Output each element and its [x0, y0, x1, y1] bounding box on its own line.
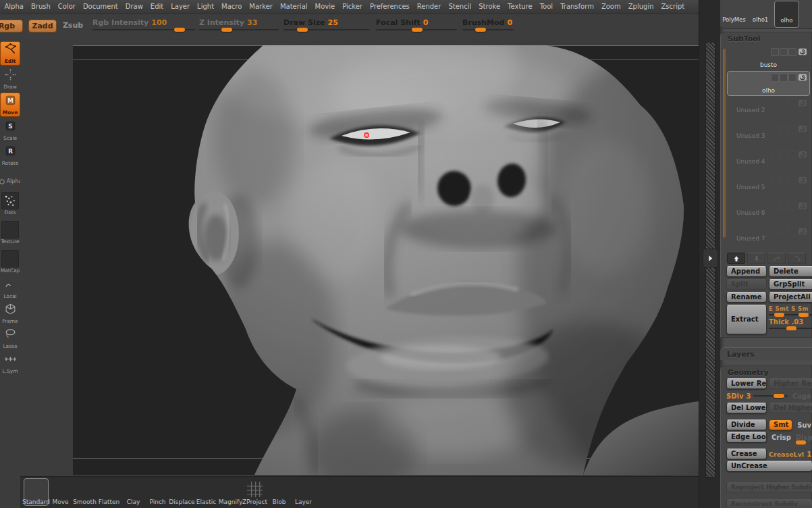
grpsplit-button[interactable]: GrpSplit [769, 279, 812, 290]
subtool-toggle-box[interactable] [780, 99, 788, 107]
subtool-toggle-box[interactable] [771, 125, 779, 133]
slider-handle[interactable] [774, 394, 784, 398]
sidebar-tool-button[interactable]: Dots [1, 190, 20, 217]
subtool-arrow-button[interactable] [747, 253, 765, 264]
menu-item[interactable]: Zoom [597, 0, 624, 14]
append-button[interactable]: Append [726, 266, 767, 277]
slider-track[interactable] [92, 29, 195, 30]
subtool-row[interactable]: olho [727, 71, 810, 96]
brush-button[interactable]: Displace [170, 479, 194, 505]
menu-item[interactable]: Material [276, 0, 311, 14]
tool-thumbnail[interactable]: olho1 [748, 1, 773, 28]
menu-item[interactable]: Transform [557, 0, 598, 14]
menu-item[interactable]: Document [79, 0, 121, 14]
brush-button[interactable]: Smooth [73, 479, 97, 505]
crease-button[interactable]: Crease [726, 449, 767, 459]
sidebar-tool-button[interactable]: Scale [1, 119, 20, 142]
geometry-section-title[interactable]: Geometry [721, 366, 811, 378]
menu-item[interactable]: Alpha [1, 0, 27, 14]
subtool-row[interactable]: Unused 5 [727, 174, 810, 199]
lower-res-button[interactable]: Lower Res [726, 378, 767, 389]
tool-thumbnail[interactable]: PolyMes [722, 1, 747, 28]
subtool-toggle-box[interactable] [788, 125, 796, 133]
slider-handle[interactable] [786, 326, 796, 330]
visibility-eye-icon[interactable] [797, 73, 808, 82]
brush-button[interactable]: Layer [292, 479, 315, 505]
subtool-toggle-box[interactable] [780, 228, 788, 236]
subtool-toggle-box[interactable] [780, 125, 788, 133]
menu-item[interactable]: Draw [121, 0, 146, 14]
subtool-toggle-box[interactable] [788, 228, 796, 236]
edge-loop-button[interactable]: Edge Loop [726, 432, 767, 442]
slider-track[interactable] [283, 29, 370, 30]
toolbar-slider[interactable]: Z Intensity33 [199, 18, 279, 30]
menu-item[interactable]: Zplugin [624, 0, 657, 14]
menu-item[interactable]: Brush [27, 0, 54, 14]
subtool-toggle-box[interactable] [771, 48, 779, 56]
slider-track[interactable] [462, 29, 514, 30]
brush-button[interactable]: Magnify [219, 479, 242, 505]
toolbar-slider[interactable]: Focal Shift0 [376, 18, 457, 30]
sidebar-tool-button[interactable]: L.Sym [1, 352, 20, 375]
slider-handle[interactable] [475, 28, 486, 32]
subtool-toggle-box[interactable] [780, 202, 788, 210]
subtool-row[interactable]: Unused 2 [727, 97, 810, 122]
del-lower-button[interactable]: Del Lower [726, 403, 767, 413]
subtool-toggle-box[interactable] [780, 74, 788, 82]
smt-toggle[interactable]: Smt [769, 420, 792, 430]
divide-button[interactable]: Divide [726, 420, 767, 430]
sidebar-tool-button[interactable]: Local [1, 277, 20, 300]
brush-button[interactable]: Flatten [97, 479, 121, 505]
menu-item[interactable]: Picker [339, 0, 367, 14]
slider-track[interactable] [753, 395, 788, 397]
menu-item[interactable]: Stencil [445, 0, 475, 14]
sdiv-slider[interactable]: SDiv 3 [726, 392, 788, 400]
subtool-toggle-box[interactable] [788, 99, 796, 107]
subtool-row[interactable]: Unused 3 [727, 122, 810, 147]
slider-track[interactable] [376, 29, 457, 30]
mode-toggle-button[interactable]: Zsub [61, 20, 85, 32]
brush-button[interactable]: Clay [121, 479, 145, 505]
sidebar-tool-button[interactable]: Draw [1, 68, 20, 91]
sidebar-tool-button[interactable]: Frame [1, 302, 20, 325]
menu-item[interactable]: Tool [536, 0, 556, 14]
subtool-scrollbar[interactable] [723, 49, 726, 238]
brush-button[interactable]: ZProject [243, 479, 267, 505]
brush-button[interactable]: Elastic [194, 479, 218, 505]
brush-button[interactable]: Blob [267, 479, 291, 505]
sidebar-tool-button[interactable]: Rotate [1, 144, 20, 167]
subtool-toggle-box[interactable] [771, 151, 779, 159]
brush-button[interactable]: Move [49, 479, 72, 505]
subtool-toggle-box[interactable] [788, 176, 796, 184]
mode-toggle-button[interactable]: Zadd [28, 20, 57, 32]
menu-item[interactable]: Color [54, 0, 79, 14]
subtool-toggle-box[interactable] [771, 176, 779, 184]
toolbar-slider[interactable]: BrushMod0 [462, 18, 514, 30]
sidebar-tool-button[interactable]: Edit [0, 41, 20, 66]
subtool-toggle-box[interactable] [780, 151, 788, 159]
menu-item[interactable]: Edit [146, 0, 167, 14]
menu-item[interactable]: Render [413, 0, 445, 14]
brush-button[interactable]: Pinch [146, 479, 169, 505]
mode-toggle-button[interactable]: Rgb [0, 20, 23, 32]
sculpt-canvas[interactable] [73, 45, 699, 475]
menu-item[interactable]: Preferences [366, 0, 413, 14]
subtool-row[interactable]: Unused 4 [727, 148, 810, 173]
uncrease-button[interactable]: UnCrease [726, 461, 812, 472]
subtool-toggle-box[interactable] [788, 48, 796, 56]
visibility-eye-icon[interactable] [797, 47, 808, 56]
subtool-arrow-button[interactable] [767, 253, 786, 264]
subtool-toggle-box[interactable] [771, 99, 779, 107]
menu-item[interactable]: Marker [246, 0, 277, 14]
menu-item[interactable]: Light [194, 0, 218, 14]
menu-item[interactable]: Texture [504, 0, 537, 14]
sidebar-tool-button[interactable]: Texture [1, 219, 20, 246]
menu-item[interactable]: Macro [218, 0, 246, 14]
toolbar-slider[interactable]: Draw Size25 [283, 18, 370, 30]
toolbar-slider[interactable]: Rgb Intensity100 [92, 18, 195, 30]
extract-smooth-sliders[interactable]: E Smt S Sm [769, 305, 812, 315]
slider-handle[interactable] [412, 28, 423, 32]
sidebar-tool-button[interactable]: Lasso [1, 327, 20, 350]
suv-toggle[interactable]: Suv [794, 422, 811, 429]
menu-item[interactable]: Movie [311, 0, 339, 14]
